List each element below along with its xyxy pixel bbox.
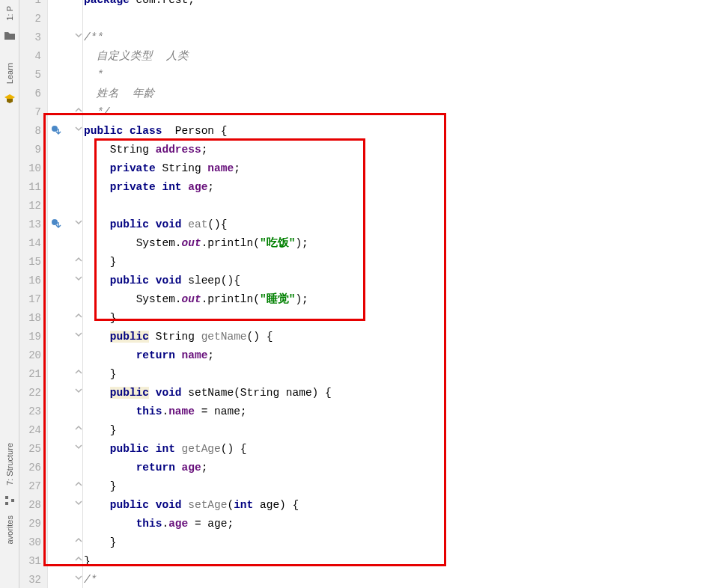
line-number: 6 <box>19 85 47 103</box>
line-number: 27 <box>19 477 47 496</box>
code-line: package com.rest; <box>83 0 709 10</box>
line-number: 20 <box>19 346 47 365</box>
line-number: 14 <box>19 234 47 253</box>
structure-icon <box>4 494 16 506</box>
code-line: } <box>83 552 709 571</box>
learn-icon <box>4 93 16 105</box>
fold-close-icon[interactable] <box>75 423 82 430</box>
fold-open-icon[interactable] <box>75 441 82 449</box>
code-line: public String getName() { <box>83 328 709 346</box>
fold-open-icon[interactable] <box>75 30 82 37</box>
code-line: System.out.println("睡觉"); <box>83 290 709 309</box>
code-line: public void eat(){ <box>83 215 709 234</box>
code-line: /* <box>83 571 709 588</box>
code-line: public void sleep(){ <box>83 272 709 290</box>
fold-close-icon[interactable] <box>75 310 82 318</box>
line-number: 3 <box>19 28 47 47</box>
code-line: /** <box>83 28 709 47</box>
fold-open-icon[interactable] <box>75 572 82 580</box>
line-number: 30 <box>19 533 47 552</box>
line-number: 8 <box>19 122 47 141</box>
code-line: public int getAge() { <box>83 440 709 459</box>
line-number: 18 <box>19 309 47 328</box>
code-line: public void setAge(int age) { <box>83 496 709 515</box>
line-number: 24 <box>19 421 47 440</box>
fold-open-icon[interactable] <box>75 329 82 337</box>
svg-point-5 <box>52 219 58 225</box>
svg-point-4 <box>52 126 58 132</box>
fold-close-icon[interactable] <box>75 105 82 112</box>
line-number: 17 <box>19 290 47 309</box>
code-line: */ <box>83 103 709 122</box>
line-number: 25 <box>19 440 47 459</box>
line-number: 2 <box>19 10 47 28</box>
line-number: 22 <box>19 384 47 402</box>
code-line: * <box>83 66 709 85</box>
svg-rect-2 <box>5 502 8 505</box>
line-number: 11 <box>19 178 47 197</box>
rail-learn[interactable]: Learn <box>5 57 14 90</box>
line-number: 29 <box>19 515 47 533</box>
marker-gutter <box>48 0 82 588</box>
code-line: return age; <box>83 459 709 477</box>
code-line: String address; <box>83 141 709 159</box>
line-number: 26 <box>19 459 47 477</box>
line-number: 15 <box>19 253 47 272</box>
code-line: } <box>83 533 709 552</box>
code-line: } <box>83 253 709 272</box>
line-number: 9 <box>19 141 47 159</box>
code-line: public void setName(String name) { <box>83 384 709 402</box>
fold-close-icon[interactable] <box>75 367 82 374</box>
line-number: 4 <box>19 47 47 66</box>
code-line: } <box>83 309 709 328</box>
line-number: 1 <box>19 0 47 10</box>
tool-window-rail: 1: P Learn 7: Structure avorites <box>0 0 19 588</box>
line-number: 21 <box>19 365 47 384</box>
rail-favorites[interactable]: avorites <box>5 509 14 551</box>
line-number: 19 <box>19 328 47 346</box>
svg-rect-3 <box>11 499 14 502</box>
folder-icon <box>4 30 16 42</box>
rail-project[interactable]: 1: P <box>5 0 14 27</box>
code-line: } <box>83 421 709 440</box>
line-number: 31 <box>19 552 47 571</box>
line-number: 10 <box>19 159 47 178</box>
fold-close-icon[interactable] <box>75 535 82 542</box>
line-number: 5 <box>19 66 47 85</box>
fold-open-icon[interactable] <box>75 497 82 505</box>
svg-rect-1 <box>5 496 8 499</box>
code-editor[interactable]: package com.rest; /** 自定义类型 人类 * 姓名 年龄 *… <box>83 0 709 588</box>
code-line: 自定义类型 人类 <box>83 47 709 66</box>
fold-open-icon[interactable] <box>75 123 82 131</box>
code-line: this.name = name; <box>83 402 709 421</box>
line-number: 7 <box>19 103 47 122</box>
fold-close-icon[interactable] <box>75 254 82 262</box>
fold-open-icon[interactable] <box>75 385 82 393</box>
override-icon[interactable] <box>51 125 61 135</box>
code-line: System.out.println("吃饭"); <box>83 234 709 253</box>
fold-open-icon[interactable] <box>75 273 82 281</box>
line-number: 28 <box>19 496 47 515</box>
code-line: private int age; <box>83 178 709 197</box>
line-number: 12 <box>19 197 47 215</box>
code-line: 姓名 年龄 <box>83 85 709 103</box>
fold-close-icon[interactable] <box>75 554 82 561</box>
line-number: 16 <box>19 272 47 290</box>
line-number: 13 <box>19 215 47 234</box>
code-line: } <box>83 365 709 384</box>
line-number-gutter[interactable]: 1 2 3 4 5 6 7 8 9 10 11 12 13 14 15 16 1… <box>19 0 48 588</box>
code-line: private String name; <box>83 159 709 178</box>
code-line: this.age = age; <box>83 515 709 533</box>
line-number: 23 <box>19 402 47 421</box>
code-line: return name; <box>83 346 709 365</box>
line-number: 32 <box>19 571 47 588</box>
fold-open-icon[interactable] <box>75 217 82 224</box>
fold-close-icon[interactable] <box>75 479 82 486</box>
override-icon[interactable] <box>51 218 61 229</box>
code-line: } <box>83 477 709 496</box>
rail-structure[interactable]: 7: Structure <box>5 437 14 491</box>
code-line <box>83 10 709 28</box>
code-line: public class Person { <box>83 122 709 141</box>
code-line <box>83 197 709 215</box>
